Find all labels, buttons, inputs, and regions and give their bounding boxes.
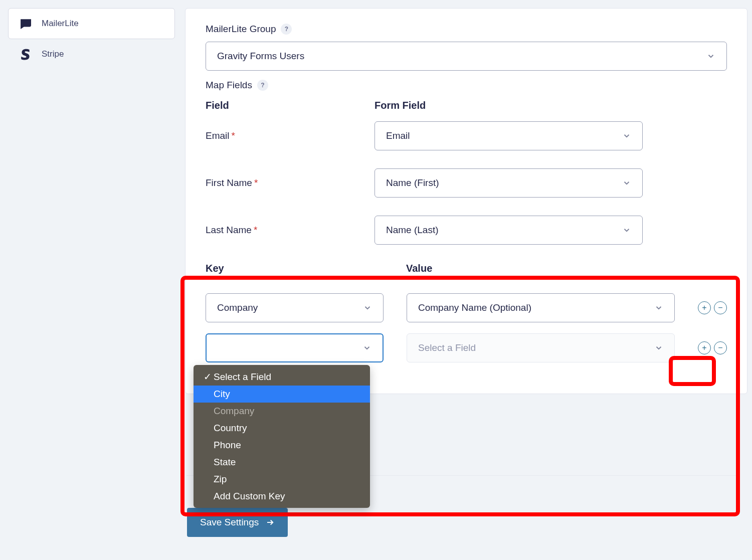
form-field-select-last-name[interactable]: Name (Last)	[374, 216, 643, 245]
save-settings-button[interactable]: Save Settings	[187, 508, 288, 537]
group-label: MailerLite Group	[206, 24, 276, 35]
field-label: Last Name*	[206, 225, 374, 236]
chevron-down-icon	[362, 343, 371, 352]
dropdown-option-country[interactable]: Country	[194, 420, 370, 437]
check-icon: ✓	[204, 371, 211, 383]
required-marker: *	[232, 130, 235, 141]
key-select-open[interactable]	[206, 333, 384, 362]
remove-row-button[interactable]: −	[714, 341, 727, 354]
map-fields-headers: Field Form Field	[206, 100, 727, 121]
form-field-header: Form Field	[374, 100, 727, 111]
sidebar-item-label: Stripe	[42, 49, 64, 59]
chevron-down-icon	[706, 52, 715, 61]
sidebar-item-label: MailerLite	[42, 19, 79, 29]
arrow-right-icon	[266, 518, 275, 527]
sidebar-item-stripe[interactable]: Stripe	[8, 39, 175, 69]
group-select[interactable]: Gravity Forms Users	[206, 42, 727, 71]
chevron-down-icon	[654, 343, 663, 352]
field-label: Email*	[206, 130, 374, 141]
chat-icon	[19, 18, 33, 30]
dropdown-option-phone[interactable]: Phone	[194, 437, 370, 454]
key-header: Key	[206, 263, 406, 274]
dropdown-option-zip[interactable]: Zip	[194, 471, 370, 488]
key-value-section: Key Value Company Company Name (Optional…	[206, 263, 727, 362]
sidebar-item-mailerlite[interactable]: MailerLite	[8, 8, 175, 39]
field-label: First Name*	[206, 177, 374, 189]
key-select[interactable]: Company	[206, 293, 384, 322]
required-marker: *	[254, 225, 257, 235]
value-header: Value	[406, 263, 432, 274]
dropdown-option-add-custom-key[interactable]: Add Custom Key	[194, 488, 370, 505]
add-row-button[interactable]: +	[698, 301, 711, 314]
dropdown-option-state[interactable]: State	[194, 454, 370, 471]
map-fields-label: Map Fields	[206, 80, 252, 91]
dropdown-option-select-a-field[interactable]: ✓Select a Field	[194, 368, 370, 386]
kv-row-2: Select a Field + −	[206, 333, 727, 362]
chevron-down-icon	[622, 226, 631, 235]
map-row-last-name: Last Name* Name (Last)	[206, 216, 727, 245]
value-select[interactable]: Company Name (Optional)	[407, 293, 675, 322]
chevron-down-icon	[622, 131, 631, 140]
chevron-down-icon	[654, 303, 663, 312]
map-row-first-name: First Name* Name (First)	[206, 168, 727, 198]
field-header: Field	[206, 100, 374, 111]
dropdown-option-city[interactable]: City	[194, 386, 370, 403]
add-row-button[interactable]: +	[698, 341, 711, 354]
required-marker: *	[254, 177, 258, 188]
stripe-icon	[19, 48, 33, 60]
main-panel: MailerLite Group ? Gravity Forms Users M…	[185, 8, 747, 394]
chevron-down-icon	[622, 178, 631, 188]
help-icon[interactable]: ?	[281, 24, 292, 35]
group-label-row: MailerLite Group ?	[206, 24, 727, 35]
group-select-value: Gravity Forms Users	[217, 51, 304, 62]
map-fields-label-row: Map Fields ?	[206, 80, 727, 91]
kv-actions: + −	[698, 301, 727, 314]
help-icon[interactable]: ?	[257, 80, 268, 91]
kv-actions: + −	[698, 341, 727, 354]
form-field-select-email[interactable]: Email	[374, 121, 643, 150]
key-dropdown-menu: ✓Select a Field City Company Country Pho…	[194, 365, 370, 508]
dropdown-option-company[interactable]: Company	[194, 403, 370, 420]
kv-row-1: Company Company Name (Optional) + −	[206, 293, 727, 322]
value-select-placeholder[interactable]: Select a Field	[407, 333, 675, 362]
kv-headers: Key Value	[206, 263, 727, 284]
chevron-down-icon	[363, 303, 372, 312]
remove-row-button[interactable]: −	[714, 301, 727, 314]
sidebar: MailerLite Stripe	[8, 8, 175, 394]
map-row-email: Email* Email	[206, 121, 727, 150]
form-field-select-first-name[interactable]: Name (First)	[374, 168, 643, 198]
